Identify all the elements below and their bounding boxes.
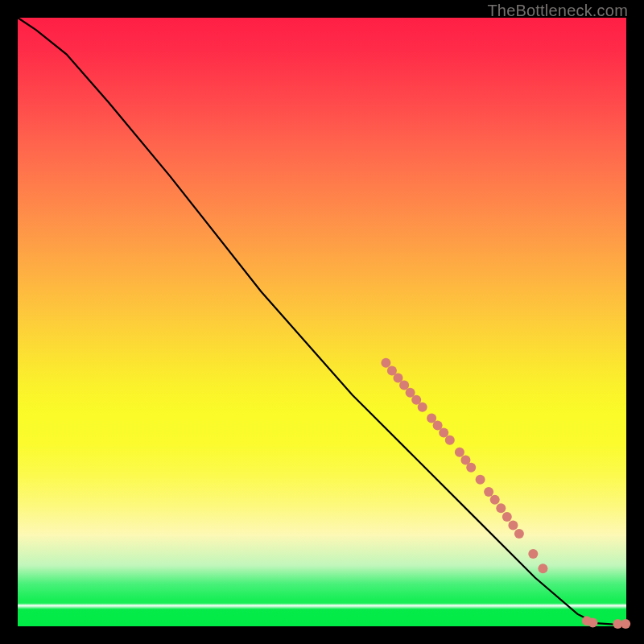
chart-frame: TheBottleneck.com: [0, 0, 644, 644]
data-marker: [514, 529, 524, 539]
data-marker: [528, 549, 538, 559]
data-marker: [538, 564, 547, 573]
data-marker: [381, 358, 390, 368]
data-marker: [496, 503, 506, 513]
data-marker: [621, 619, 630, 629]
watermark-text: TheBottleneck.com: [487, 2, 628, 20]
data-marker: [502, 512, 512, 522]
data-marker: [466, 463, 476, 473]
data-marker: [490, 495, 500, 505]
curve-line: [18, 18, 626, 625]
data-marker: [476, 475, 485, 485]
data-marker: [484, 487, 493, 497]
data-marker: [418, 402, 427, 412]
data-marker: [455, 448, 464, 457]
data-marker: [588, 618, 597, 628]
chart-overlay: [18, 18, 626, 626]
data-markers: [381, 358, 630, 629]
data-marker: [508, 521, 518, 530]
data-marker: [445, 436, 455, 445]
